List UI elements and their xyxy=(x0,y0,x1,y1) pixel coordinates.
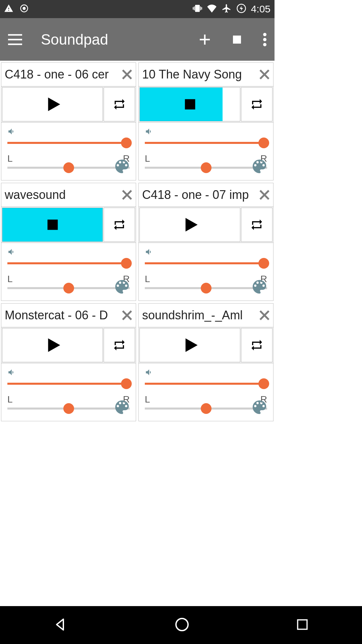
play-button[interactable] xyxy=(139,208,240,242)
close-icon[interactable] xyxy=(257,308,272,323)
loop-button[interactable] xyxy=(104,328,135,362)
volume-slider[interactable] xyxy=(7,383,130,385)
loop-button[interactable] xyxy=(104,87,135,121)
stop-button[interactable] xyxy=(2,208,103,242)
pan-left-label: L xyxy=(7,274,13,284)
sound-pad: soundshrim_-_Aml L R xyxy=(138,303,274,421)
pad-title: soundshrim_-_Aml xyxy=(142,308,257,322)
airplane-icon xyxy=(222,3,232,15)
sound-pad: Monstercat - 06 - D L R xyxy=(1,303,136,421)
volume-slider[interactable] xyxy=(145,262,267,264)
vibrate-icon xyxy=(193,4,202,14)
loop-button[interactable] xyxy=(104,208,135,242)
loop-button[interactable] xyxy=(241,328,273,362)
pad-title: 10 The Navy Song xyxy=(142,67,257,82)
volume-icon xyxy=(7,368,130,378)
close-icon[interactable] xyxy=(120,67,134,82)
sound-pad: wavesound L R xyxy=(1,183,136,301)
pan-slider[interactable] xyxy=(7,408,130,410)
svg-point-10 xyxy=(263,38,266,41)
pan-slider[interactable] xyxy=(145,408,267,410)
svg-rect-8 xyxy=(233,36,241,44)
loop-button[interactable] xyxy=(241,208,273,242)
pan-left-label: L xyxy=(7,153,13,164)
pan-left-label: L xyxy=(145,394,150,405)
overflow-menu-icon[interactable] xyxy=(263,33,266,46)
pad-title: Monstercat - 06 - D xyxy=(5,308,120,322)
svg-point-9 xyxy=(263,33,266,36)
sound-pad: 10 The Navy Song L R xyxy=(138,62,274,180)
pad-title: C418 - one - 07 imp xyxy=(142,188,257,202)
add-button[interactable] xyxy=(199,34,211,46)
pan-left-label: L xyxy=(7,394,13,405)
volume-icon xyxy=(7,127,130,137)
pan-slider[interactable] xyxy=(145,287,267,289)
app-bar: Soundpad xyxy=(0,18,275,61)
pan-left-label: L xyxy=(145,153,150,164)
svg-point-11 xyxy=(263,43,266,46)
battery-charging-icon xyxy=(236,3,246,15)
color-palette-icon[interactable] xyxy=(250,278,268,297)
volume-icon xyxy=(145,368,267,378)
svg-rect-19 xyxy=(47,220,58,230)
play-button[interactable] xyxy=(2,328,103,362)
wifi-icon xyxy=(207,4,217,14)
pan-slider[interactable] xyxy=(145,167,267,169)
play-button[interactable] xyxy=(139,328,240,362)
close-icon[interactable] xyxy=(257,67,272,82)
color-palette-icon[interactable] xyxy=(113,157,131,177)
close-icon[interactable] xyxy=(257,187,272,202)
loop-button[interactable] xyxy=(241,87,273,121)
status-bar: 4:05 xyxy=(0,0,275,18)
svg-rect-16 xyxy=(185,99,195,110)
volume-slider[interactable] xyxy=(7,262,130,264)
close-icon[interactable] xyxy=(120,308,134,323)
sound-pad: C418 - one - 06 cer L R xyxy=(1,62,136,180)
volume-slider[interactable] xyxy=(145,142,267,144)
pad-title: wavesound xyxy=(5,188,120,202)
recording-icon xyxy=(19,4,29,14)
pan-left-label: L xyxy=(145,274,150,284)
svg-point-1 xyxy=(23,7,25,10)
volume-icon xyxy=(7,248,130,258)
play-button[interactable] xyxy=(2,87,103,121)
stop-all-button[interactable] xyxy=(232,34,242,45)
color-palette-icon[interactable] xyxy=(250,157,268,177)
pan-slider[interactable] xyxy=(7,287,130,289)
status-time: 4:05 xyxy=(251,3,270,15)
color-palette-icon[interactable] xyxy=(113,278,131,297)
volume-icon xyxy=(145,248,267,258)
warning-icon xyxy=(4,4,13,14)
pad-title: C418 - one - 06 cer xyxy=(5,67,120,82)
app-title: Soundpad xyxy=(41,31,108,48)
volume-slider[interactable] xyxy=(145,383,267,385)
pan-slider[interactable] xyxy=(7,167,130,169)
soundpad-grid: C418 - one - 06 cer L R 10 The Navy Song… xyxy=(0,61,275,423)
volume-icon xyxy=(145,127,267,137)
sound-pad: C418 - one - 07 imp L R xyxy=(138,183,274,301)
color-palette-icon[interactable] xyxy=(250,398,268,418)
stop-button[interactable] xyxy=(139,87,240,121)
volume-slider[interactable] xyxy=(7,142,130,144)
color-palette-icon[interactable] xyxy=(113,398,131,418)
close-icon[interactable] xyxy=(120,187,134,202)
hamburger-icon[interactable] xyxy=(8,34,22,45)
